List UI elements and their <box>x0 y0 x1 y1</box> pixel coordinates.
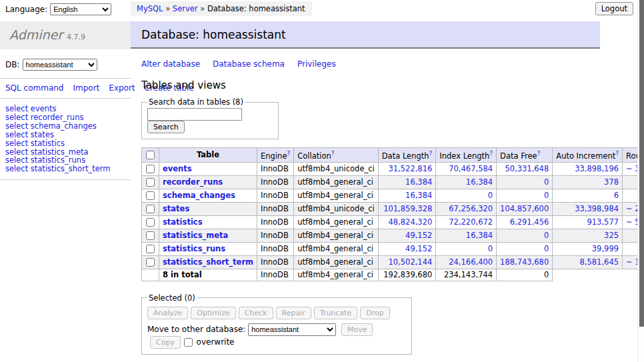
data-free-link[interactable]: 50,331,648 <box>505 164 549 173</box>
row-checkbox-states[interactable] <box>146 205 155 213</box>
sidebar-item-select-statistics[interactable]: select statistics <box>5 139 125 148</box>
data-free-link[interactable]: 188,743,680 <box>500 257 549 267</box>
auto-increment-link[interactable]: 325 <box>604 231 619 240</box>
data-length-link[interactable]: 101,859,328 <box>383 204 432 213</box>
index-length-link[interactable]: 0 <box>488 244 493 253</box>
table-link-statistics-short-term[interactable]: statistics_short_term <box>163 257 253 267</box>
optimize-button[interactable]: Optimize <box>191 307 235 319</box>
data-free-link[interactable]: 0 <box>544 191 549 200</box>
help-link[interactable]: ? <box>287 150 290 157</box>
scrollbar-thumb[interactable] <box>639 0 644 327</box>
total-collation-cell: utf8mb4_general_ci <box>294 269 379 281</box>
auto-increment-link[interactable]: 913,577 <box>587 217 619 227</box>
breadcrumb: MySQL » Server » Database: homeassistant <box>131 1 312 16</box>
index-length-link[interactable]: 16,384 <box>466 177 493 187</box>
auto-increment-link[interactable]: 6 <box>614 191 619 200</box>
index-length-link[interactable]: 67,256,320 <box>449 204 493 213</box>
table-link-statistics[interactable]: statistics <box>163 217 203 227</box>
auto-increment-link[interactable]: 378 <box>604 177 619 187</box>
sidebar-item-select-statistics-short-term[interactable]: select statistics_short_term <box>5 165 125 173</box>
index-length-cell: 24,166,400 <box>436 255 497 269</box>
truncate-button[interactable]: Truncate <box>314 307 357 319</box>
db-link-database-schema[interactable]: Database schema <box>213 59 285 69</box>
data-length-link[interactable]: 10,502,144 <box>388 257 432 267</box>
move-db-select[interactable]: homeassistant <box>248 323 336 336</box>
engine-cell: InnoDB <box>257 175 294 189</box>
table-link-schema-changes[interactable]: schema_changes <box>163 191 235 200</box>
sidebar-action-sql-command[interactable]: SQL command <box>5 83 63 93</box>
analyze-button[interactable]: Analyze <box>147 307 188 319</box>
check-button[interactable]: Check <box>239 307 273 319</box>
table-link-recorder-runs[interactable]: recorder_runs <box>163 177 223 187</box>
data-length-link[interactable]: 31,522,816 <box>388 164 432 173</box>
data-free-link[interactable]: 0 <box>544 244 549 253</box>
index-length-cell: 0 <box>436 189 497 202</box>
help-link[interactable]: ? <box>489 150 493 157</box>
search-input[interactable] <box>147 108 242 121</box>
help-link[interactable]: ? <box>331 150 335 157</box>
drop-button[interactable]: Drop <box>360 307 389 319</box>
sidebar-item-select-schema-changes[interactable]: select schema_changes <box>5 122 125 131</box>
sidebar-divider <box>0 179 131 180</box>
auto-increment-link[interactable]: 33,898,196 <box>575 164 619 173</box>
breadcrumb-mysql[interactable]: MySQL <box>137 4 163 13</box>
select-all-checkbox[interactable] <box>146 151 155 159</box>
help-link[interactable]: ? <box>537 150 541 157</box>
row-checkbox-statistics-short-term[interactable] <box>146 258 155 267</box>
data-length-link[interactable]: 16,384 <box>405 177 432 187</box>
table-name-cell: recorder_runs <box>159 175 257 189</box>
row-checkbox-statistics-runs[interactable] <box>146 245 155 253</box>
help-link[interactable]: ? <box>615 150 619 157</box>
search-button[interactable]: Search <box>147 121 185 133</box>
auto-increment-link[interactable]: 33,398,984 <box>575 204 619 213</box>
row-checkbox-events[interactable] <box>146 165 155 173</box>
row-checkbox-cell <box>142 255 159 269</box>
language-select[interactable]: English <box>50 3 111 15</box>
breadcrumb-server[interactable]: Server <box>173 4 198 13</box>
repair-button[interactable]: Repair <box>276 307 311 319</box>
total-index-length-cell: 234,143,744 <box>436 269 497 281</box>
table-link-events[interactable]: events <box>163 164 192 173</box>
data-length-link[interactable]: 49,152 <box>405 231 432 240</box>
db-select[interactable]: homeassistant <box>23 59 97 71</box>
db-link-alter-database[interactable]: Alter database <box>141 59 200 69</box>
db-link-privileges[interactable]: Privileges <box>297 59 336 69</box>
sidebar-action-import[interactable]: Import <box>73 83 99 93</box>
data-length-link[interactable]: 48,824,320 <box>388 217 432 227</box>
index-length-link[interactable]: 16,384 <box>466 231 493 240</box>
data-length-link[interactable]: 16,384 <box>405 191 432 200</box>
data-free-link[interactable]: 0 <box>544 177 549 187</box>
data-free-link[interactable]: 0 <box>544 231 549 240</box>
logout-button[interactable]: Logout <box>595 2 633 15</box>
index-length-link[interactable]: 72,220,672 <box>449 217 493 227</box>
auto-increment-link[interactable]: 8,581,645 <box>580 257 619 267</box>
scrollbar[interactable] <box>637 0 644 362</box>
index-length-link[interactable]: 24,166,400 <box>449 257 493 267</box>
engine-cell: InnoDB <box>257 189 294 202</box>
move-button[interactable]: Move <box>341 323 373 336</box>
data-free-link[interactable]: 104,857,600 <box>500 204 549 213</box>
table-row: schema_changesInnoDButf8mb4_general_ci16… <box>142 189 644 202</box>
column-label: Data Free <box>500 151 537 161</box>
data-free-link[interactable]: 6,291,456 <box>510 217 549 227</box>
row-checkbox-statistics[interactable] <box>146 218 155 227</box>
table-link-statistics-meta[interactable]: statistics_meta <box>163 231 228 240</box>
index-length-link[interactable]: 0 <box>488 191 493 200</box>
row-checkbox-recorder-runs[interactable] <box>146 178 155 187</box>
sidebar-actions: SQL commandImportExportCreate table <box>0 82 131 95</box>
sidebar-item-select-states[interactable]: select states <box>5 131 125 139</box>
row-checkbox-schema-changes[interactable] <box>146 191 155 200</box>
copy-button[interactable]: Copy <box>150 336 181 349</box>
table-link-states[interactable]: states <box>163 204 189 213</box>
help-link[interactable]: ? <box>429 150 433 157</box>
index-length-link[interactable]: 70,467,584 <box>449 164 493 173</box>
overwrite-checkbox[interactable] <box>184 338 193 347</box>
row-checkbox-statistics-meta[interactable] <box>146 231 155 240</box>
auto-increment-link[interactable]: 39,999 <box>592 244 619 253</box>
sidebar-item-select-recorder-runs[interactable]: select recorder_runs <box>5 113 125 122</box>
move-label: Move to other database: <box>147 325 245 334</box>
sidebar-item-select-events[interactable]: select events <box>5 105 125 113</box>
table-link-statistics-runs[interactable]: statistics_runs <box>163 244 225 253</box>
column-header-index-length: Index Length? <box>436 148 497 163</box>
data-length-link[interactable]: 49,152 <box>405 244 432 253</box>
